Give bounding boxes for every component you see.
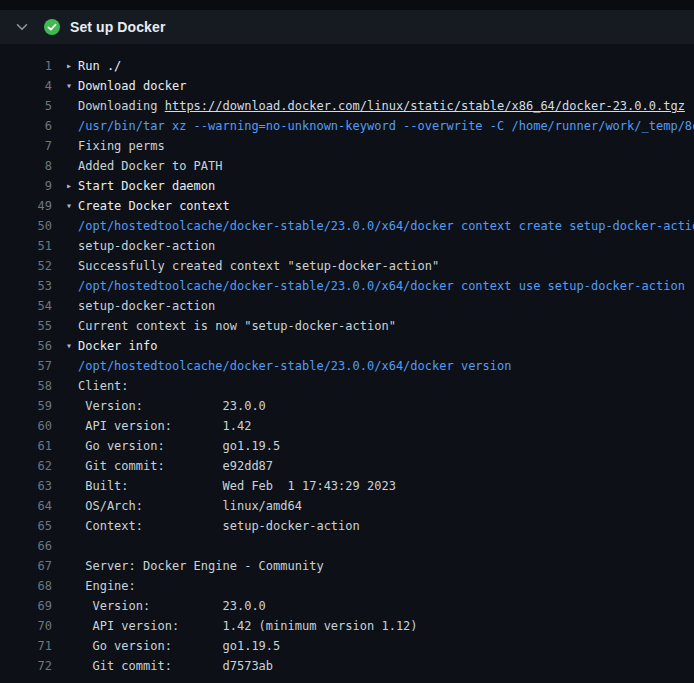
line-number[interactable]: 71 — [0, 636, 52, 656]
line-number[interactable]: 4 — [0, 76, 52, 96]
line-number[interactable]: 65 — [0, 516, 52, 536]
step-header[interactable]: Set up Docker — [0, 10, 694, 44]
arrow-spacer — [66, 636, 78, 656]
line-number[interactable]: 58 — [0, 376, 52, 396]
log-line: 60 API version: 1.42 — [0, 416, 694, 436]
log-text: Server: Docker Engine - Community — [78, 556, 324, 576]
line-number[interactable]: 7 — [0, 136, 52, 156]
arrow-spacer — [66, 456, 78, 476]
log-line: 8Added Docker to PATH — [0, 156, 694, 176]
log-text: Added Docker to PATH — [78, 156, 223, 176]
arrow-spacer — [66, 576, 78, 596]
log-line: 51setup-docker-action — [0, 236, 694, 256]
line-number[interactable]: 68 — [0, 576, 52, 596]
arrow-spacer — [66, 236, 78, 256]
arrow-spacer — [66, 556, 78, 576]
line-number[interactable]: 52 — [0, 256, 52, 276]
group-label: Start Docker daemon — [78, 176, 215, 196]
arrow-spacer — [66, 316, 78, 336]
log-line: 66 — [0, 536, 694, 556]
log-line: 70 API version: 1.42 (minimum version 1.… — [0, 616, 694, 636]
group-label: Download docker — [78, 76, 186, 96]
line-number[interactable]: 51 — [0, 236, 52, 256]
arrow-spacer — [66, 496, 78, 516]
log-text: Fixing perms — [78, 136, 165, 156]
arrow-spacer — [66, 116, 78, 136]
log-group-line[interactable]: 56▾Docker info — [0, 336, 694, 356]
log-line: 52Successfully created context "setup-do… — [0, 256, 694, 276]
log-text: OS/Arch: linux/amd64 — [78, 496, 302, 516]
arrow-spacer — [66, 96, 78, 116]
group-chevron-expanded-icon[interactable]: ▾ — [66, 76, 78, 96]
log-line: 55Current context is now "setup-docker-a… — [0, 316, 694, 336]
log-link[interactable]: https://download.docker.com/linux/static… — [165, 96, 685, 116]
group-chevron-expanded-icon[interactable]: ▾ — [66, 196, 78, 216]
log-text: setup-docker-action — [78, 236, 215, 256]
log-text: Version: 23.0.0 — [78, 596, 266, 616]
group-label: Run ./ — [78, 56, 121, 76]
line-number[interactable]: 57 — [0, 356, 52, 376]
line-number[interactable]: 55 — [0, 316, 52, 336]
line-number[interactable]: 8 — [0, 156, 52, 176]
arrow-spacer — [66, 396, 78, 416]
command-text: /opt/hostedtoolcache/docker-stable/23.0.… — [78, 216, 694, 236]
line-number[interactable]: 6 — [0, 116, 52, 136]
log-line: 72 Git commit: d7573ab — [0, 656, 694, 676]
log-line: 53/opt/hostedtoolcache/docker-stable/23.… — [0, 276, 694, 296]
log-group-line[interactable]: 49▾Create Docker context — [0, 196, 694, 216]
arrow-spacer — [66, 416, 78, 436]
log-line: 59 Version: 23.0.0 — [0, 396, 694, 416]
command-text: /opt/hostedtoolcache/docker-stable/23.0.… — [78, 356, 511, 376]
arrow-spacer — [66, 516, 78, 536]
line-number[interactable]: 64 — [0, 496, 52, 516]
line-number[interactable]: 66 — [0, 536, 52, 556]
log-line: 57/opt/hostedtoolcache/docker-stable/23.… — [0, 356, 694, 376]
log-group-line[interactable]: 1▸Run ./ — [0, 56, 694, 76]
log-line: 7Fixing perms — [0, 136, 694, 156]
line-number[interactable]: 62 — [0, 456, 52, 476]
line-number[interactable]: 70 — [0, 616, 52, 636]
log-line: 58Client: — [0, 376, 694, 396]
log-text: Go version: go1.19.5 — [78, 436, 280, 456]
log-group-line[interactable]: 9▸Start Docker daemon — [0, 176, 694, 196]
log-text: Context: setup-docker-action — [78, 516, 360, 536]
line-number[interactable]: 49 — [0, 196, 52, 216]
line-number[interactable]: 61 — [0, 436, 52, 456]
group-chevron-collapsed-icon[interactable]: ▸ — [66, 176, 78, 196]
arrow-spacer — [66, 376, 78, 396]
group-chevron-collapsed-icon[interactable]: ▸ — [66, 56, 78, 76]
log-line: 50/opt/hostedtoolcache/docker-stable/23.… — [0, 216, 694, 236]
log-line: 68 Engine: — [0, 576, 694, 596]
log-group-line[interactable]: 4▾Download docker — [0, 76, 694, 96]
log-text: Successfully created context "setup-dock… — [78, 256, 439, 276]
line-number[interactable]: 54 — [0, 296, 52, 316]
log-line: 69 Version: 23.0.0 — [0, 596, 694, 616]
log-text: Current context is now "setup-docker-act… — [78, 316, 396, 336]
log-line: 71 Go version: go1.19.5 — [0, 636, 694, 656]
line-number[interactable]: 72 — [0, 656, 52, 676]
group-chevron-expanded-icon[interactable]: ▾ — [66, 336, 78, 356]
line-number[interactable]: 67 — [0, 556, 52, 576]
line-number[interactable]: 53 — [0, 276, 52, 296]
log-text: Git commit: e92dd87 — [78, 456, 273, 476]
log-line: 54setup-docker-action — [0, 296, 694, 316]
line-number[interactable]: 5 — [0, 96, 52, 116]
log-line: 65 Context: setup-docker-action — [0, 516, 694, 536]
chevron-down-icon[interactable] — [14, 19, 30, 35]
line-number[interactable]: 60 — [0, 416, 52, 436]
line-number[interactable]: 59 — [0, 396, 52, 416]
arrow-spacer — [66, 476, 78, 496]
success-check-icon — [44, 19, 60, 35]
line-number[interactable]: 69 — [0, 596, 52, 616]
arrow-spacer — [66, 596, 78, 616]
log-line: 5Downloading https://download.docker.com… — [0, 96, 694, 116]
line-number[interactable]: 50 — [0, 216, 52, 236]
log-text: API version: 1.42 (minimum version 1.12) — [78, 616, 418, 636]
log-text: setup-docker-action — [78, 296, 215, 316]
arrow-spacer — [66, 616, 78, 636]
line-number[interactable]: 1 — [0, 56, 52, 76]
line-number[interactable]: 63 — [0, 476, 52, 496]
line-number[interactable]: 9 — [0, 176, 52, 196]
command-text: /opt/hostedtoolcache/docker-stable/23.0.… — [78, 276, 685, 296]
line-number[interactable]: 56 — [0, 336, 52, 356]
